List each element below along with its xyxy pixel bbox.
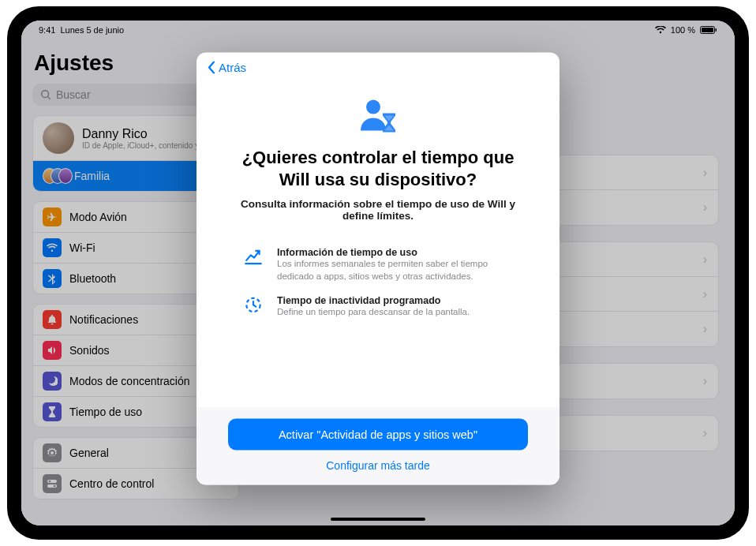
feature-usage-info: Información de tiempo de uso Los informe…	[228, 241, 528, 289]
svg-point-10	[366, 100, 380, 114]
back-label: Atrás	[219, 61, 246, 74]
screentime-setup-modal: Atrás ¿Quieres controlar el tiempo que W…	[196, 53, 560, 485]
ipad-frame: 9:41 Lunes 5 de junio 100 % Ajustes Busc…	[7, 6, 749, 540]
home-indicator[interactable]	[331, 518, 425, 521]
chevron-left-icon	[208, 61, 215, 73]
modal-title: ¿Quieres controlar el tiempo que Will us…	[236, 147, 520, 190]
screentime-hero-icon	[356, 98, 400, 134]
feature2-desc: Define un tiempo para descansar de la pa…	[277, 306, 470, 319]
modal-subtitle: Consulta información sobre el tiempo de …	[228, 198, 528, 222]
feature-downtime: Tiempo de inactividad programado Define …	[228, 289, 528, 325]
chart-up-icon	[241, 247, 266, 282]
feature1-desc: Los informes semanales te permiten saber…	[277, 258, 515, 282]
feature1-title: Información de tiempo de uso	[277, 247, 515, 258]
screen: 9:41 Lunes 5 de junio 100 % Ajustes Busc…	[21, 21, 735, 525]
back-button[interactable]: Atrás	[196, 53, 560, 77]
clock-rest-icon	[241, 295, 266, 319]
feature2-title: Tiempo de inactividad programado	[277, 295, 470, 306]
activate-button[interactable]: Activar "Actividad de apps y sitios web"	[228, 419, 528, 451]
setup-later-button[interactable]: Configurar más tarde	[326, 459, 430, 472]
